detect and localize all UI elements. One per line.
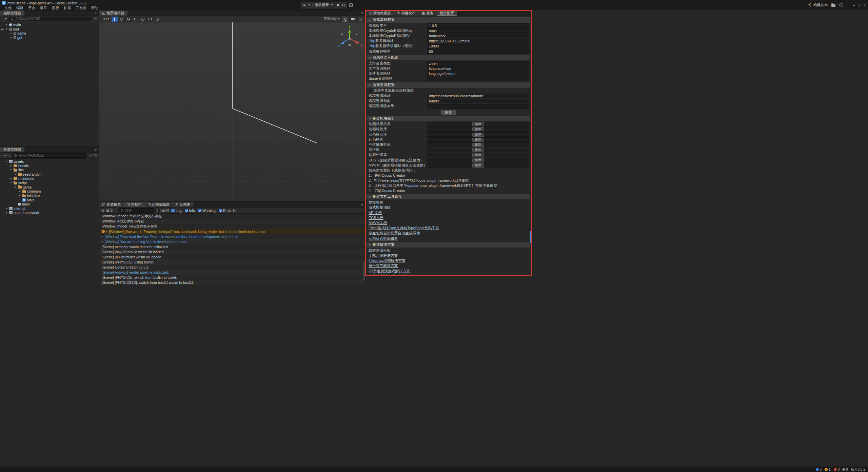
config-input[interactable]: [427, 94, 529, 98]
filter-Warning[interactable]: Warning: [198, 209, 216, 213]
menu-项目[interactable]: 项目: [38, 5, 50, 10]
asset-node-initialize[interactable]: ▸initialize: [0, 194, 99, 198]
filter-Log[interactable]: Log: [171, 209, 182, 213]
maximize-button[interactable]: □: [856, 0, 862, 10]
filter-Info[interactable]: Info: [185, 209, 195, 213]
scale-tool-button[interactable]: [126, 17, 132, 22]
mode-3d-button[interactable]: 3D: [101, 17, 111, 22]
asset-node-oops-framework[interactable]: ▸oops-framework: [0, 211, 99, 215]
expand-arrow[interactable]: ▸: [5, 211, 8, 215]
log-row[interactable]: [Window] model_view文件夹不存在: [99, 224, 365, 229]
log-row[interactable]: [Scene] [PHYSICS2D]: switch from box2d-w…: [99, 280, 365, 285]
tab-控制台[interactable]: 控制台: [124, 202, 145, 207]
expand-arrow[interactable]: ▸: [9, 164, 13, 168]
pivot-tool-button[interactable]: [140, 17, 146, 22]
log-row[interactable]: [Scene] [PHYSICS]: switch from builtin t…: [99, 275, 365, 280]
close-button[interactable]: ×: [862, 0, 867, 10]
checkbox[interactable]: [219, 209, 222, 212]
asset-node-Main[interactable]: TSMain: [0, 198, 99, 202]
config-input[interactable]: [427, 77, 529, 81]
framework-link[interactable]: 2D角色扮演游戏解决方案: [369, 269, 410, 274]
expand-arrow[interactable]: ▾: [5, 27, 8, 31]
rotate-tool-button[interactable]: [119, 17, 125, 22]
inspector-scrollbar[interactable]: [530, 231, 531, 243]
menu-开发者[interactable]: 开发者: [73, 5, 89, 10]
tab-资源预览[interactable]: 资源预览: [99, 202, 124, 207]
config-input[interactable]: [427, 104, 529, 109]
expand-arrow[interactable]: ▾: [14, 185, 17, 189]
asset-node-game[interactable]: ▾game: [0, 185, 99, 190]
log-row[interactable]: [Window] ecs文件夹不存在: [99, 219, 365, 224]
framework-link[interactable]: 全栈开发解决方案: [369, 253, 398, 258]
minimize-button[interactable]: –: [851, 0, 856, 10]
log-row[interactable]: [Scene] [box2d]:box2d wasm lib loaded.: [99, 249, 365, 254]
expand-arrow[interactable]: ▸: [102, 240, 103, 243]
snap-tool-button[interactable]: [147, 17, 153, 22]
log-row[interactable]: [Scene] Forward render pipeline initiali…: [99, 270, 365, 275]
panel-menu-icon[interactable]: ≡: [359, 11, 365, 16]
chevron-down-icon[interactable]: [308, 4, 310, 6]
create-asset-button[interactable]: +: [2, 154, 7, 158]
asset-node-internal[interactable]: ▸internal: [0, 206, 99, 211]
tab-属性检查器[interactable]: 属性检查器: [366, 11, 394, 16]
search-input[interactable]: [125, 209, 153, 212]
chevron-down-icon[interactable]: [331, 4, 333, 6]
log-row[interactable]: [Window] render_texture文件夹不存在: [99, 214, 365, 219]
config-input[interactable]: [427, 61, 529, 65]
checkbox[interactable]: [157, 209, 161, 212]
tab-scene[interactable]: 场景编辑器: [99, 11, 127, 16]
framework-link[interactable]: 教程项目: [369, 200, 383, 205]
expand-arrow[interactable]: ▸: [9, 36, 13, 40]
scene-camera-button[interactable]: [350, 17, 356, 22]
collapse-logs-icon[interactable]: [233, 209, 236, 212]
log-row[interactable]: [Scene] [bullet]:bullet wasm lib loaded.: [99, 254, 365, 259]
section-header[interactable]: 游戏基础配置: [367, 17, 530, 23]
view-mode-dropdown[interactable]: 正常浏览: [322, 17, 341, 22]
asset-node-bundle[interactable]: ▸bundle: [0, 164, 99, 168]
tab-assets[interactable]: 资源管理器: [0, 147, 24, 152]
error-counter[interactable]: 0: [834, 468, 840, 471]
framework-link[interactable]: Tiledmap地图解决方案: [369, 258, 406, 263]
framework-link[interactable]: API文档: [369, 210, 382, 215]
console-search[interactable]: [118, 208, 155, 213]
refresh-icon[interactable]: ↻: [94, 154, 97, 157]
delete-module-button[interactable]: 删除: [472, 138, 484, 142]
lock-icon[interactable]: [1, 29, 3, 30]
log-row[interactable]: !▸[Window] [Vue warn]: Property "onInput…: [99, 229, 365, 234]
section-header[interactable]: 游戏资源配置: [367, 82, 530, 88]
config-input[interactable]: [427, 34, 529, 38]
framework-link[interactable]: 战旗游戏框架: [369, 248, 391, 253]
delete-module-button[interactable]: 删除: [472, 133, 484, 137]
help-icon[interactable]: ?: [839, 3, 843, 7]
log-row[interactable]: ▸[Window] You are running Vue in develop…: [99, 239, 365, 244]
search-input[interactable]: [15, 17, 90, 21]
assets-search[interactable]: [12, 153, 87, 158]
asset-node-resources[interactable]: ▸resources: [0, 176, 99, 181]
expand-arrow[interactable]: ▸: [9, 31, 13, 35]
scene-selector[interactable]: 当前场景: [315, 3, 329, 7]
menu-扩展[interactable]: 扩展: [61, 5, 73, 10]
asset-node-common[interactable]: ▸common: [0, 189, 99, 194]
menu-帮助[interactable]: 帮助: [89, 5, 101, 10]
panel-menu-icon[interactable]: ≡: [359, 202, 365, 207]
checkbox[interactable]: [185, 209, 188, 212]
framework-link[interactable]: MVVM文档: [369, 220, 387, 225]
expand-arrow[interactable]: ▸: [9, 177, 13, 181]
framework-link[interactable]: 原生包热更新配置自动生成插件: [369, 231, 420, 236]
delete-module-button[interactable]: 删除: [472, 158, 484, 162]
step-button[interactable]: [342, 4, 344, 6]
asset-node-assets[interactable]: ▾assets: [0, 159, 99, 164]
menu-节点[interactable]: 节点: [26, 5, 38, 10]
config-input[interactable]: [427, 28, 529, 33]
log-counter[interactable]: 3: [816, 468, 822, 471]
open-project-folder-icon[interactable]: [831, 4, 835, 7]
framework-link[interactable]: Excel格式转Json文件与TypeScript代码工具: [369, 225, 439, 231]
build-publish-button[interactable]: 构建发布: [808, 3, 828, 7]
checkbox[interactable]: [171, 209, 175, 212]
hierarchy-node-gui[interactable]: ▸gui: [0, 36, 99, 40]
move-tool-button[interactable]: [112, 17, 118, 22]
menu-面板[interactable]: 面板: [50, 5, 61, 10]
delete-module-button[interactable]: 删除: [472, 127, 484, 131]
section-header[interactable]: 框架模块裁剪: [367, 116, 530, 121]
log-row[interactable]: [Scene] meshopt wasm decoder initialized: [99, 244, 365, 249]
